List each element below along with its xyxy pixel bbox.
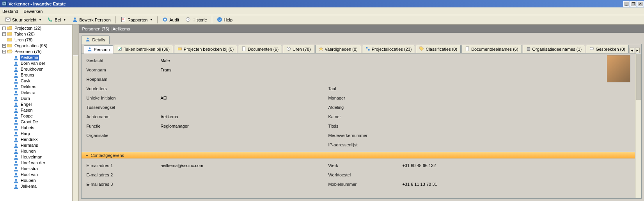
reports-button[interactable]: Rapporten▼ — [118, 16, 155, 24]
collapse-icon: − — [85, 153, 88, 158]
person-icon — [13, 114, 19, 119]
person-icon — [13, 55, 19, 60]
tree-person[interactable]: Engel — [1, 101, 78, 107]
expand-icon[interactable]: + — [2, 27, 6, 30]
tree-person[interactable]: Brouns — [1, 72, 78, 78]
tree-node[interactable]: +Organisaties (95) — [1, 43, 78, 49]
svg-rect-4 — [122, 18, 124, 18]
person-icon — [13, 67, 19, 72]
audit-button[interactable]: Audit — [160, 16, 182, 24]
tree-person[interactable]: Dekkers — [1, 84, 78, 90]
subtab-orgdeel[interactable]: Organisatiedeelnames (1) — [523, 45, 585, 53]
subtab-uren[interactable]: Uren (78) — [283, 45, 314, 53]
help-button[interactable]: ? Help — [214, 16, 236, 24]
tab-scroll-right[interactable]: ► — [635, 48, 640, 53]
person-icon — [13, 91, 19, 95]
label-manager: Manager — [328, 96, 402, 100]
tab-scroll-left[interactable]: ◄ — [630, 48, 634, 53]
tree-scrollbar[interactable] — [72, 25, 78, 201]
tree-person[interactable]: Dirkstra — [1, 90, 78, 96]
subtab-persoon[interactable]: Persoon — [84, 45, 113, 53]
tree-node[interactable]: Uren (78) — [1, 37, 78, 43]
tree-node[interactable]: +Taken (20) — [1, 31, 78, 37]
tree-node[interactable]: −Personen (75) — [1, 49, 78, 55]
svg-rect-41 — [366, 47, 367, 49]
chat-icon — [589, 46, 594, 52]
collapse-icon[interactable]: − — [2, 50, 6, 53]
tree-person[interactable]: Breukhoven — [1, 66, 78, 72]
tree-person[interactable]: Heunen — [1, 148, 78, 154]
svg-point-15 — [15, 79, 17, 81]
toolbar-separator — [157, 16, 158, 23]
tree-person-label: Heuvelman — [20, 154, 43, 160]
svg-text:?: ? — [218, 17, 221, 21]
tree-person-label: Jalkema — [20, 183, 37, 189]
expand-icon[interactable]: + — [2, 32, 6, 36]
tree-person[interactable]: Hoof van — [1, 172, 78, 178]
person-icon — [13, 155, 19, 160]
tree-person[interactable]: Cuyk — [1, 78, 78, 84]
svg-point-2 — [74, 17, 76, 19]
svg-point-28 — [15, 155, 17, 157]
tree-person[interactable]: Foppe — [1, 113, 78, 119]
svg-point-34 — [87, 38, 89, 40]
folder-icon — [7, 38, 12, 43]
menu-file[interactable]: Bestand — [2, 9, 18, 14]
tree-person[interactable]: Jalkema — [1, 183, 78, 189]
tree-person[interactable]: Born van der — [1, 60, 78, 66]
minimize-button[interactable]: _ — [623, 1, 630, 7]
svg-rect-5 — [122, 19, 124, 20]
tree-person-label: Cuyk — [20, 78, 31, 84]
tree-person[interactable]: Hermans — [1, 142, 78, 148]
tree-person[interactable]: Hoekstra — [1, 166, 78, 172]
tree-person[interactable]: Habets — [1, 125, 78, 131]
label-titels: Titels — [328, 124, 402, 128]
call-button[interactable]: Bel▼ — [45, 16, 69, 24]
tree-person-label: Foppe — [20, 113, 34, 119]
expand-icon[interactable]: + — [2, 44, 6, 48]
subtab-gesprekken[interactable]: Gesprekken (0) — [586, 45, 629, 53]
tree-person-label: Dirkstra — [20, 90, 36, 96]
tree-person[interactable]: Groot De — [1, 119, 78, 125]
explorer-tree[interactable]: +Projecten (22) +Taken (20) Uren (78) +O… — [0, 25, 78, 190]
section-contact[interactable]: −Contactgegevens — [82, 152, 641, 158]
subtab-projecten[interactable]: Projecten betrokken bij (5) — [174, 45, 237, 53]
tree-person[interactable]: Fasen — [1, 107, 78, 113]
svg-point-23 — [15, 126, 17, 128]
subtab-docdeel[interactable]: Documentdeelnames (6) — [461, 45, 522, 53]
person-icon — [13, 85, 19, 89]
subtab-taken[interactable]: Taken betrokken bij (36) — [114, 45, 173, 53]
value-werk: +31 60 48 66 132 — [402, 163, 472, 168]
tree-person[interactable]: Hoef van der — [1, 160, 78, 166]
tree-person[interactable]: Aeilkema — [1, 55, 78, 60]
tree-person-label: Fasen — [20, 107, 34, 113]
menu-edit[interactable]: Bewerken — [23, 9, 43, 14]
person-icon — [13, 173, 19, 177]
svg-rect-37 — [178, 48, 181, 50]
svg-rect-38 — [242, 47, 245, 51]
send-message-button[interactable]: Stuur bericht▼ — [2, 16, 44, 24]
subtab-vaardigheden[interactable]: Vaardigheden (0) — [315, 45, 361, 53]
restore-button[interactable]: ❐ — [630, 1, 637, 7]
tree-person[interactable]: Harp — [1, 131, 78, 137]
tab-details[interactable]: Details — [81, 36, 110, 44]
tree-person-label: Hermans — [20, 142, 39, 148]
history-button[interactable]: Historie — [183, 16, 209, 24]
subtab-classificaties[interactable]: Classificaties (0) — [416, 45, 461, 53]
label-mednr: Medewerkernummer — [328, 133, 402, 138]
tree-node[interactable]: +Projecten (22) — [1, 25, 78, 31]
tree-person[interactable]: Dorn — [1, 96, 78, 101]
tree-person[interactable]: Houben — [1, 178, 78, 183]
tree-person-label: Engel — [20, 101, 32, 107]
person-icon — [13, 178, 19, 183]
svg-point-7 — [164, 18, 166, 20]
subtab-allocaties[interactable]: Projectallocaties (23) — [362, 45, 415, 53]
subtab-documenten[interactable]: Documenten (6) — [238, 45, 282, 53]
tree-person[interactable]: Heuvelman — [1, 154, 78, 160]
detail-scrollbar[interactable] — [635, 53, 641, 198]
content-header: Personen (75) | Aeilkema — [79, 25, 644, 33]
person-icon — [87, 47, 92, 52]
tree-person[interactable]: Hendrikx — [1, 137, 78, 142]
edit-person-button[interactable]: Bewerk Persoon — [69, 16, 114, 24]
close-button[interactable]: ✕ — [637, 1, 644, 7]
